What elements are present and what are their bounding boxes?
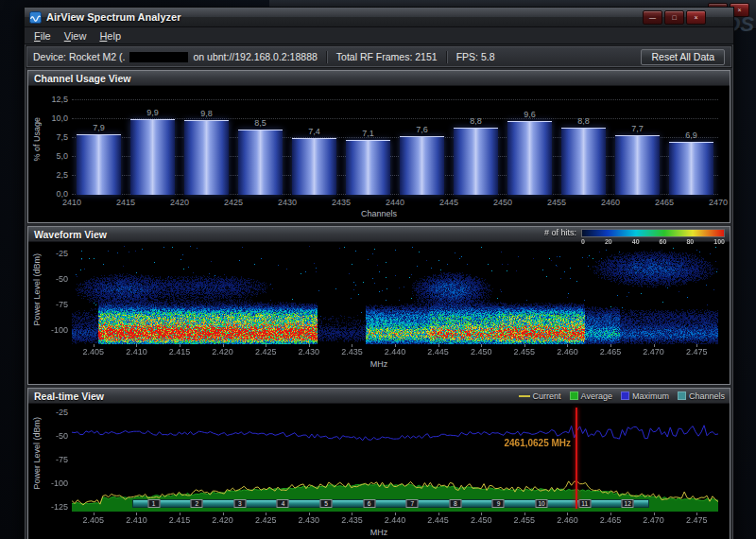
frequency-marker[interactable] bbox=[576, 408, 577, 509]
realtime-x-tick: 2.415 bbox=[169, 515, 191, 525]
waveform-spectrogram-canvas[interactable] bbox=[72, 246, 718, 344]
realtime-x-tick: 2.420 bbox=[212, 515, 233, 525]
waveform-y-tick: -50 bbox=[40, 274, 68, 284]
airview-window: AirView Spectrum Analyzer — □ × FileView… bbox=[24, 7, 734, 539]
channel-usage-title: Channel Usage View bbox=[34, 73, 131, 84]
usage-x-tick: 2435 bbox=[332, 198, 351, 207]
realtime-header: Real-time View CurrentAverageMaximumChan… bbox=[28, 389, 730, 404]
maximize-button[interactable]: □ bbox=[664, 10, 684, 25]
waveform-x-tick: 2.430 bbox=[299, 347, 320, 356]
legend-swatch-current bbox=[519, 395, 530, 397]
usage-y-tick: 12,5 bbox=[40, 95, 68, 104]
channel-cell: 1 bbox=[147, 499, 160, 508]
legend-label: Maximum bbox=[632, 391, 669, 401]
usage-x-tick: 2470 bbox=[709, 198, 728, 207]
waveform-x-tick: 2.460 bbox=[557, 347, 578, 356]
titlebar[interactable]: AirView Spectrum Analyzer — □ × bbox=[25, 8, 733, 27]
usage-x-tick: 2465 bbox=[655, 198, 674, 207]
channel-usage-panel: Channel Usage View % of Usage Channels 1… bbox=[27, 70, 730, 223]
desktop: OS — × AirView Spectrum Analyzer — □ × F… bbox=[0, 0, 756, 539]
usage-x-tick: 2440 bbox=[386, 198, 404, 207]
menubar: FileViewHelp bbox=[25, 27, 733, 44]
usage-bar bbox=[346, 140, 390, 195]
waveform-x-tick: 2.450 bbox=[471, 347, 492, 356]
waveform-header: Waveform View # of hits: 020406080100 bbox=[28, 227, 730, 242]
waveform-x-tick: 2.420 bbox=[212, 347, 233, 356]
realtime-y-tick: -100 bbox=[40, 478, 68, 488]
realtime-x-tick: 2.470 bbox=[643, 515, 664, 525]
usage-bar bbox=[77, 134, 121, 195]
realtime-x-axis-label: MHz bbox=[370, 528, 388, 537]
channel-cell: 9 bbox=[492, 499, 505, 508]
realtime-x-tick: 2.405 bbox=[83, 515, 105, 525]
channel-cell: 12 bbox=[622, 499, 634, 508]
menu-help[interactable]: Help bbox=[93, 29, 128, 43]
realtime-title: Real-time View bbox=[34, 391, 104, 402]
usage-y-tick: 2,5 bbox=[40, 170, 68, 180]
realtime-panel: Real-time View CurrentAverageMaximumChan… bbox=[27, 388, 730, 539]
total-rf-frames: Total RF Frames: 2151 bbox=[336, 51, 438, 62]
hits-colorbar-ticks: 020406080100 bbox=[581, 238, 725, 245]
usage-x-axis-label: Channels bbox=[361, 209, 397, 218]
channel-cell: 3 bbox=[233, 499, 246, 508]
toolbar-separator bbox=[446, 51, 448, 63]
window-controls: — □ × bbox=[643, 10, 706, 25]
waveform-x-tick: 2.470 bbox=[643, 347, 664, 356]
hits-colorbar bbox=[581, 229, 725, 237]
waveform-y-tick: -75 bbox=[40, 300, 68, 309]
waveform-x-tick: 2.465 bbox=[600, 347, 622, 356]
legend-average: Average bbox=[570, 391, 612, 401]
waveform-y-tick: -100 bbox=[40, 325, 68, 335]
waveform-x-tick: 2.425 bbox=[255, 347, 277, 356]
realtime-x-tick: 2.465 bbox=[600, 515, 622, 525]
realtime-y-tick: -125 bbox=[40, 502, 68, 512]
waveform-x-tick: 2.415 bbox=[169, 347, 191, 356]
usage-bar bbox=[454, 128, 498, 195]
usage-bar bbox=[238, 130, 283, 195]
realtime-x-tick: 2.445 bbox=[427, 515, 449, 525]
gridline bbox=[72, 99, 718, 100]
waveform-x-tick: 2.405 bbox=[83, 347, 105, 356]
waveform-x-tick: 2.440 bbox=[385, 347, 406, 356]
channel-usage-chart: % of Usage Channels 12,510,07,55,02,50,0… bbox=[28, 86, 730, 222]
usage-bar bbox=[615, 135, 660, 195]
usage-bar bbox=[507, 121, 552, 195]
realtime-x-tick: 2.430 bbox=[299, 515, 320, 525]
toolbar-separator bbox=[326, 51, 328, 63]
waveform-chart: Power Level (dBm) MHz -25-50-75-1002.405… bbox=[28, 242, 730, 384]
reset-all-data-button[interactable]: Reset All Data bbox=[641, 49, 725, 65]
usage-bar bbox=[292, 138, 336, 195]
close-button[interactable]: × bbox=[686, 10, 706, 25]
usage-x-tick: 2460 bbox=[601, 198, 620, 207]
usage-bar-value: 8,8 bbox=[577, 116, 590, 126]
legend-channels: Channels bbox=[678, 391, 725, 401]
device-connection: on ubnt://192.168.0.2:18888 bbox=[193, 51, 317, 62]
menu-file[interactable]: File bbox=[27, 29, 58, 43]
usage-bar bbox=[669, 142, 713, 195]
minimize-button[interactable]: — bbox=[643, 10, 662, 25]
legend-label: Current bbox=[533, 391, 561, 401]
realtime-x-tick: 2.410 bbox=[126, 515, 147, 525]
usage-y-tick: 7,5 bbox=[40, 132, 68, 142]
channel-cell: 6 bbox=[363, 499, 375, 508]
realtime-canvas[interactable] bbox=[72, 408, 718, 512]
usage-bar-value: 7,7 bbox=[631, 124, 644, 133]
hits-tick: 60 bbox=[660, 238, 667, 245]
legend-swatch-maximum bbox=[621, 391, 629, 400]
usage-bar bbox=[561, 128, 606, 195]
usage-bar-value: 9,9 bbox=[146, 108, 159, 117]
hits-tick: 40 bbox=[632, 238, 640, 245]
realtime-x-tick: 2.455 bbox=[514, 515, 536, 525]
usage-x-tick: 2450 bbox=[493, 198, 512, 207]
channel-cell: 8 bbox=[449, 499, 461, 508]
frequency-marker-label: 2461,0625 MHz bbox=[504, 438, 571, 448]
waveform-y-axis-label: Power Level (dBm) bbox=[32, 253, 42, 326]
channel-usage-header: Channel Usage View bbox=[28, 71, 730, 86]
realtime-y-tick: -25 bbox=[40, 408, 68, 417]
menu-view[interactable]: View bbox=[58, 29, 94, 43]
waveform-title: Waveform View bbox=[34, 229, 107, 240]
usage-x-tick: 2455 bbox=[547, 198, 566, 207]
usage-x-tick: 2430 bbox=[278, 198, 297, 207]
usage-bar-value: 9,6 bbox=[524, 110, 536, 119]
channel-cell: 10 bbox=[536, 499, 548, 508]
